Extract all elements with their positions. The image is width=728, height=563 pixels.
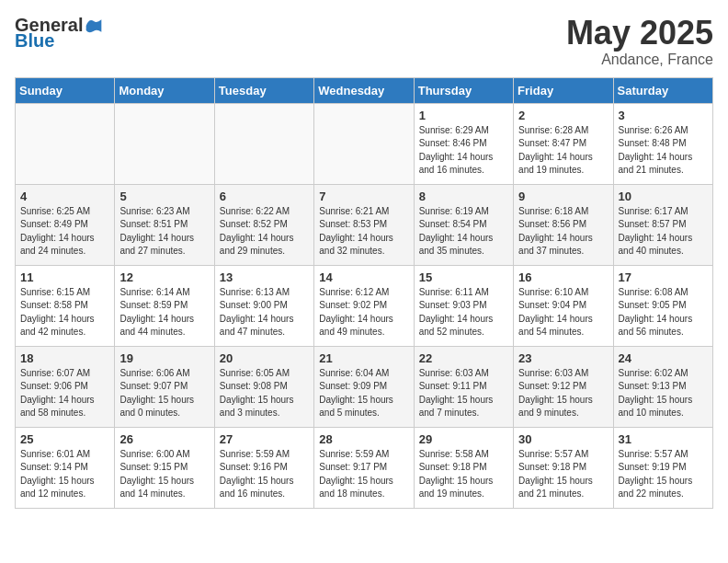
day-number: 7 [319, 190, 408, 203]
day-info: Sunrise: 6:01 AM Sunset: 9:14 PM Dayligh… [20, 448, 109, 501]
calendar-cell: 24Sunrise: 6:02 AM Sunset: 9:13 PM Dayli… [613, 346, 712, 427]
day-info: Sunrise: 6:04 AM Sunset: 9:09 PM Dayligh… [319, 367, 408, 420]
day-info: Sunrise: 6:25 AM Sunset: 8:49 PM Dayligh… [20, 205, 109, 259]
weekday-header-thursday: Thursday [414, 77, 513, 103]
week-row-5: 25Sunrise: 6:01 AM Sunset: 9:14 PM Dayli… [16, 427, 713, 508]
day-number: 21 [319, 351, 408, 365]
weekday-header-friday: Friday [514, 77, 613, 103]
day-number: 11 [20, 270, 109, 284]
day-info: Sunrise: 6:22 AM Sunset: 8:52 PM Dayligh… [220, 205, 309, 259]
day-info: Sunrise: 6:15 AM Sunset: 8:58 PM Dayligh… [20, 286, 109, 339]
calendar-cell: 31Sunrise: 5:57 AM Sunset: 9:19 PM Dayli… [613, 427, 712, 508]
day-info: Sunrise: 6:06 AM Sunset: 9:07 PM Dayligh… [119, 367, 209, 420]
day-number: 16 [518, 270, 608, 284]
day-info: Sunrise: 5:58 AM Sunset: 9:18 PM Dayligh… [419, 448, 508, 501]
day-info: Sunrise: 6:28 AM Sunset: 8:47 PM Dayligh… [518, 124, 608, 178]
day-info: Sunrise: 6:02 AM Sunset: 9:13 PM Dayligh… [619, 367, 708, 420]
day-info: Sunrise: 6:13 AM Sunset: 9:00 PM Dayligh… [220, 286, 309, 339]
weekday-header-tuesday: Tuesday [214, 77, 313, 103]
day-number: 24 [619, 351, 708, 365]
page-header: General Blue May 2025 Andance, France [15, 15, 713, 68]
day-number: 19 [119, 351, 209, 365]
day-number: 30 [518, 432, 608, 446]
day-number: 18 [20, 351, 109, 365]
day-number: 29 [419, 432, 508, 446]
calendar-cell: 14Sunrise: 6:12 AM Sunset: 9:02 PM Dayli… [314, 265, 414, 346]
day-info: Sunrise: 5:57 AM Sunset: 9:19 PM Dayligh… [619, 448, 708, 501]
calendar-cell: 26Sunrise: 6:00 AM Sunset: 9:15 PM Dayli… [115, 427, 214, 508]
calendar-cell: 22Sunrise: 6:03 AM Sunset: 9:11 PM Dayli… [414, 346, 513, 427]
weekday-header-saturday: Saturday [613, 77, 712, 103]
day-info: Sunrise: 6:23 AM Sunset: 8:51 PM Dayligh… [119, 205, 209, 259]
day-info: Sunrise: 6:03 AM Sunset: 9:12 PM Dayligh… [518, 367, 608, 420]
week-row-4: 18Sunrise: 6:07 AM Sunset: 9:06 PM Dayli… [16, 346, 713, 427]
day-number: 3 [619, 109, 708, 122]
day-info: Sunrise: 6:19 AM Sunset: 8:54 PM Dayligh… [419, 205, 508, 259]
month-title: May 2025 [566, 15, 713, 52]
calendar-cell: 5Sunrise: 6:23 AM Sunset: 8:51 PM Daylig… [115, 184, 214, 265]
day-number: 4 [20, 190, 109, 203]
calendar-cell: 2Sunrise: 6:28 AM Sunset: 8:47 PM Daylig… [514, 103, 613, 184]
day-number: 5 [119, 190, 209, 203]
day-number: 9 [518, 190, 608, 203]
calendar-cell: 11Sunrise: 6:15 AM Sunset: 8:58 PM Dayli… [16, 265, 115, 346]
day-info: Sunrise: 6:17 AM Sunset: 8:57 PM Dayligh… [619, 205, 708, 259]
day-info: Sunrise: 6:03 AM Sunset: 9:11 PM Dayligh… [419, 367, 508, 420]
day-info: Sunrise: 6:12 AM Sunset: 9:02 PM Dayligh… [319, 286, 408, 339]
calendar-cell: 27Sunrise: 5:59 AM Sunset: 9:16 PM Dayli… [214, 427, 313, 508]
day-number: 15 [419, 270, 508, 284]
calendar-cell: 21Sunrise: 6:04 AM Sunset: 9:09 PM Dayli… [314, 346, 414, 427]
calendar-cell [115, 103, 214, 184]
calendar-cell: 23Sunrise: 6:03 AM Sunset: 9:12 PM Dayli… [514, 346, 613, 427]
calendar-cell: 20Sunrise: 6:05 AM Sunset: 9:08 PM Dayli… [214, 346, 313, 427]
calendar-cell [214, 103, 313, 184]
calendar-cell: 9Sunrise: 6:18 AM Sunset: 8:56 PM Daylig… [514, 184, 613, 265]
day-number: 13 [220, 270, 309, 284]
day-number: 22 [419, 351, 508, 365]
calendar-cell: 6Sunrise: 6:22 AM Sunset: 8:52 PM Daylig… [214, 184, 313, 265]
weekday-header-wednesday: Wednesday [314, 77, 414, 103]
day-info: Sunrise: 6:10 AM Sunset: 9:04 PM Dayligh… [518, 286, 608, 339]
calendar-cell: 7Sunrise: 6:21 AM Sunset: 8:53 PM Daylig… [314, 184, 414, 265]
weekday-header-monday: Monday [115, 77, 214, 103]
day-info: Sunrise: 6:14 AM Sunset: 8:59 PM Dayligh… [119, 286, 209, 339]
day-number: 1 [419, 109, 508, 122]
day-info: Sunrise: 6:26 AM Sunset: 8:48 PM Dayligh… [619, 124, 708, 178]
logo-icon [85, 17, 103, 35]
day-info: Sunrise: 5:59 AM Sunset: 9:16 PM Dayligh… [220, 448, 309, 501]
day-number: 28 [319, 432, 408, 446]
day-number: 26 [119, 432, 209, 446]
day-number: 25 [20, 432, 109, 446]
day-number: 10 [619, 190, 708, 203]
day-info: Sunrise: 5:59 AM Sunset: 9:17 PM Dayligh… [319, 448, 408, 501]
day-number: 8 [419, 190, 508, 203]
weekday-header-row: SundayMondayTuesdayWednesdayThursdayFrid… [16, 77, 713, 103]
day-number: 17 [619, 270, 708, 284]
title-area: May 2025 Andance, France [566, 15, 713, 68]
day-number: 14 [319, 270, 408, 284]
week-row-3: 11Sunrise: 6:15 AM Sunset: 8:58 PM Dayli… [16, 265, 713, 346]
calendar-cell: 16Sunrise: 6:10 AM Sunset: 9:04 PM Dayli… [514, 265, 613, 346]
day-info: Sunrise: 6:29 AM Sunset: 8:46 PM Dayligh… [419, 124, 508, 178]
day-number: 27 [220, 432, 309, 446]
day-info: Sunrise: 6:11 AM Sunset: 9:03 PM Dayligh… [419, 286, 508, 339]
day-info: Sunrise: 6:07 AM Sunset: 9:06 PM Dayligh… [20, 367, 109, 420]
location-title: Andance, France [566, 52, 713, 68]
calendar-cell: 25Sunrise: 6:01 AM Sunset: 9:14 PM Dayli… [16, 427, 115, 508]
day-info: Sunrise: 6:21 AM Sunset: 8:53 PM Dayligh… [319, 205, 408, 259]
week-row-2: 4Sunrise: 6:25 AM Sunset: 8:49 PM Daylig… [16, 184, 713, 265]
day-number: 31 [619, 432, 708, 446]
calendar-cell [16, 103, 115, 184]
day-number: 2 [518, 109, 608, 122]
calendar-cell: 28Sunrise: 5:59 AM Sunset: 9:17 PM Dayli… [314, 427, 414, 508]
day-info: Sunrise: 6:08 AM Sunset: 9:05 PM Dayligh… [619, 286, 708, 339]
day-info: Sunrise: 6:05 AM Sunset: 9:08 PM Dayligh… [220, 367, 309, 420]
calendar-cell: 8Sunrise: 6:19 AM Sunset: 8:54 PM Daylig… [414, 184, 513, 265]
calendar-cell: 19Sunrise: 6:06 AM Sunset: 9:07 PM Dayli… [115, 346, 214, 427]
weekday-header-sunday: Sunday [16, 77, 115, 103]
day-info: Sunrise: 6:18 AM Sunset: 8:56 PM Dayligh… [518, 205, 608, 259]
day-number: 6 [220, 190, 309, 203]
day-info: Sunrise: 6:00 AM Sunset: 9:15 PM Dayligh… [119, 448, 209, 501]
calendar-cell [314, 103, 414, 184]
day-number: 20 [220, 351, 309, 365]
